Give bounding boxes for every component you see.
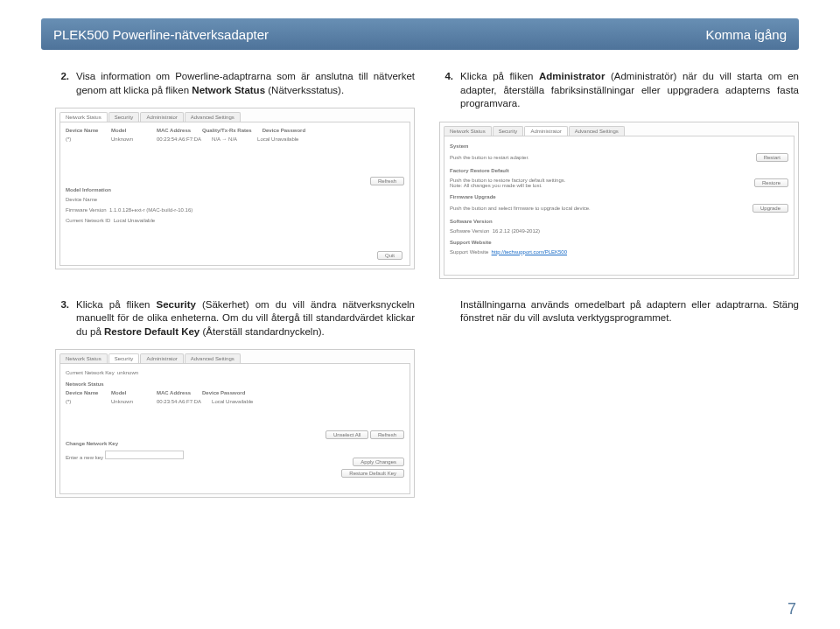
followup-content: Inställningarna används omedelbart på ad… [460,298,799,325]
panel: Current Network Key unknown Network Stat… [60,363,410,494]
software-version-header: Software Version [450,219,788,224]
step-number: 3. [55,298,69,339]
col-right-top: 4. Klicka på fliken Administrator (Admin… [439,70,799,295]
panel: Device Name Model MAC Address Quality/Tx… [60,122,410,266]
tab-security[interactable]: Security [108,112,140,122]
tab-network-status[interactable]: Network Status [60,112,108,122]
device-name-label: Device Name [66,197,97,202]
fd-text2: Note: All changes you made will be lost. [450,183,565,188]
section-title: Komma igång [705,27,787,42]
enter-key-label: Enter a new key [66,455,103,460]
quit-button[interactable]: Quit [377,251,402,260]
fw-text: Push the button and select firmware to u… [450,206,591,211]
panel: System Push the button to restart adapte… [444,136,794,276]
tab-advanced[interactable]: Advanced Settings [185,112,241,122]
factory-default-header: Factory Restore Default [450,168,788,173]
followup-text: Inställningarna används omedelbart på ad… [439,298,799,325]
refresh-button[interactable]: Refresh [370,177,404,185]
support-link[interactable]: http://techsupport.com/PLEK500 [492,249,567,255]
restore-default-key-button[interactable]: Restore Default Key [341,469,404,478]
unselect-all-button[interactable]: Unselect All [326,430,368,439]
page-header: PLEK500 Powerline-nätverksadapter Komma … [41,18,799,50]
tab-advanced[interactable]: Advanced Settings [185,353,241,363]
tab-network-status[interactable]: Network Status [60,353,108,363]
restore-button[interactable]: Restore [754,178,788,187]
tab-administrator[interactable]: Administrator [140,112,183,122]
col-left-top: 2. Visa information om Powerline-adaptra… [55,70,415,295]
netid-value: Local Unavailable [114,218,155,223]
page-number: 7 [788,600,796,619]
content: 2. Visa information om Powerline-adaptra… [55,70,799,594]
tab-row: Network Status Security Administrator Ad… [56,350,414,363]
apply-changes-button[interactable]: Apply Changes [353,458,404,466]
grid-header: Device Name Model MAC Address Quality/Tx… [66,126,404,135]
tab-administrator[interactable]: Administrator [140,353,183,363]
grid-header: Device Name Model MAC Address Device Pas… [66,388,404,397]
tab-row: Network Status Security Administrator Ad… [440,122,798,136]
screenshot-security: Network Status Security Administrator Ad… [55,349,415,498]
restart-button[interactable]: Restart [756,153,788,162]
screenshot-network-status: Network Status Security Administrator Ad… [55,108,415,269]
fw-value: 1.1.0.128+ext-r (MAC-build-r-10.16) [109,207,192,213]
sw-value: 16.2.12 (2049-2012) [493,228,540,234]
fw-label: Firmware Version [66,207,107,213]
instruction-3: 3. Klicka på fliken Security (Säkerhet) … [55,298,415,339]
tab-administrator[interactable]: Administrator [524,126,567,136]
bottom-columns: 3. Klicka på fliken Security (Säkerhet) … [55,298,799,514]
screenshot-administrator: Network Status Security Administrator Ad… [439,122,799,279]
refresh-button[interactable]: Refresh [370,430,404,439]
support-header: Support Website [450,240,788,245]
col-left-bottom: 3. Klicka på fliken Security (Säkerhet) … [55,298,415,514]
grid-row: (*) Unknown 00:23:54:A6:F7:DA Local Unav… [66,397,404,406]
sw-label: Software Version [450,228,489,234]
firmware-header: Firmware Upgrade [450,194,788,199]
tab-security[interactable]: Security [493,126,524,136]
system-header: System [450,143,788,149]
key-value: unknown [117,370,138,375]
step-text: Visa information om Powerline-adaptrarna… [76,70,415,97]
model-info-header: Model Information [66,187,404,192]
status-header: Network Status [66,381,404,387]
instruction-2: 2. Visa information om Powerline-adaptra… [55,70,415,97]
fd-text1: Push the button to restore factory defau… [450,178,565,183]
upgrade-button[interactable]: Upgrade [752,204,788,213]
top-columns: 2. Visa information om Powerline-adaptra… [55,70,799,295]
instruction-4: 4. Klicka på fliken Administrator (Admin… [439,70,799,111]
step-number: 4. [439,70,453,111]
tab-advanced[interactable]: Advanced Settings [569,126,625,136]
grid-row: (*) Unknown 00:23:54:A6:F7:DA N/A → N/A … [66,135,404,143]
tab-security[interactable]: Security [108,353,140,363]
tab-row: Network Status Security Administrator Ad… [56,108,414,122]
netid-label: Current Network ID [66,218,110,223]
restart-text: Push the button to restart adapter. [450,155,529,160]
key-label: Current Network Key [66,370,115,375]
step-number: 2. [55,70,69,97]
step-text: Klicka på fliken Administrator (Administ… [460,70,799,111]
change-key-header: Change Network Key [66,441,404,446]
new-key-input[interactable] [105,451,184,459]
step-text: Klicka på fliken Security (Säkerhet) om … [76,298,415,339]
product-title: PLEK500 Powerline-nätverksadapter [53,27,269,42]
col-right-bottom: Inställningarna används omedelbart på ad… [439,298,799,514]
sup-label: Support Website [450,249,488,255]
tab-network-status[interactable]: Network Status [444,126,492,136]
